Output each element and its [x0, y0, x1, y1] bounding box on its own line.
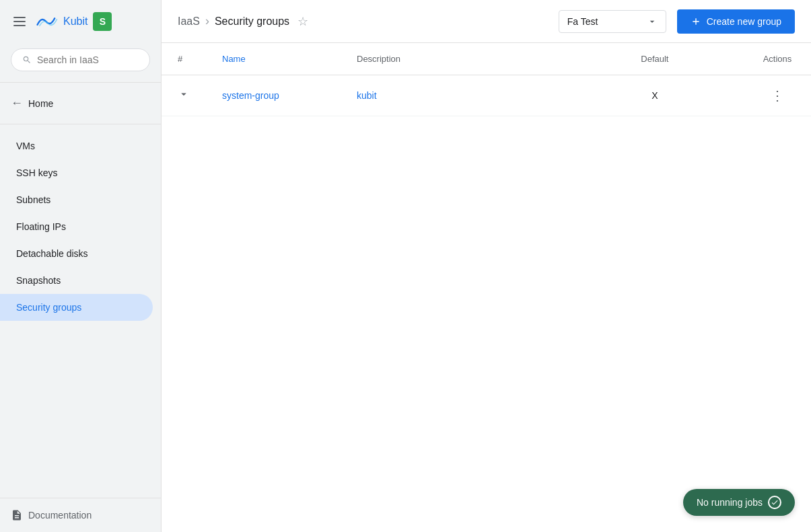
project-name: Fa Test — [567, 16, 598, 27]
table-body: system-group kubit X ⋮ — [162, 75, 811, 116]
create-new-group-button[interactable]: Create new group — [677, 9, 795, 34]
home-label: Home — [28, 98, 53, 109]
sidebar-item-security-groups[interactable]: Security groups — [0, 294, 153, 321]
group-name-link[interactable]: system-group — [222, 90, 279, 101]
create-button-label: Create new group — [707, 16, 781, 27]
row-default-cell: X — [566, 75, 744, 116]
search-icon — [22, 54, 32, 65]
app-name: Kubit — [63, 15, 87, 28]
sidebar: Kubit S ← Home VMs SSH keys Subnets Floa… — [0, 0, 162, 532]
actions-menu-icon[interactable]: ⋮ — [765, 85, 789, 106]
breadcrumb-separator-icon: › — [205, 14, 209, 28]
plus-icon — [691, 16, 701, 27]
sidebar-item-ssh-keys-label: SSH keys — [16, 167, 57, 178]
home-back-arrow-icon: ← — [11, 96, 23, 110]
logo-area: Kubit S — [36, 12, 112, 31]
secondary-logo-icon: S — [93, 12, 112, 31]
row-name-cell[interactable]: system-group — [206, 75, 341, 116]
sidebar-divider-home — [0, 124, 161, 124]
breadcrumb-current: Security groups — [215, 15, 289, 28]
sidebar-item-snapshots[interactable]: Snapshots — [0, 267, 153, 294]
project-selector[interactable]: Fa Test — [559, 10, 666, 33]
topbar-right: Fa Test Create new group — [559, 9, 795, 34]
row-description-cell: kubit — [341, 75, 566, 116]
no-running-jobs-badge: No running jobs — [683, 489, 795, 516]
documentation-link[interactable]: Documentation — [11, 509, 150, 521]
sidebar-item-vms[interactable]: VMs — [0, 132, 153, 159]
table-row: system-group kubit X ⋮ — [162, 75, 811, 116]
favorite-star-icon[interactable]: ☆ — [297, 14, 308, 29]
breadcrumb: IaaS › Security groups ☆ — [178, 14, 308, 29]
sidebar-item-subnets-label: Subnets — [16, 194, 50, 205]
column-header-hash: # — [162, 43, 206, 75]
sidebar-item-subnets[interactable]: Subnets — [0, 186, 153, 213]
column-header-default: Default — [566, 43, 744, 75]
sidebar-item-vms-label: VMs — [16, 141, 35, 151]
sidebar-item-snapshots-label: Snapshots — [16, 275, 61, 286]
documentation-icon — [11, 509, 23, 521]
sidebar-item-floating-ips-label: Floating IPs — [16, 221, 66, 232]
sidebar-item-floating-ips[interactable]: Floating IPs — [0, 213, 153, 240]
topbar: IaaS › Security groups ☆ Fa Test Create … — [162, 0, 811, 43]
documentation-label: Documentation — [28, 510, 92, 521]
search-box[interactable] — [11, 48, 150, 71]
group-description-link[interactable]: kubit — [357, 90, 377, 101]
dropdown-arrow-icon — [647, 16, 658, 27]
kubit-logo-icon — [36, 13, 58, 30]
sidebar-nav: VMs SSH keys Subnets Floating IPs Detach… — [0, 130, 161, 498]
security-groups-table: # Name Description Default Actions syste… — [162, 43, 811, 116]
column-header-name: Name — [206, 43, 341, 75]
sidebar-item-ssh-keys[interactable]: SSH keys — [0, 159, 153, 186]
table-header: # Name Description Default Actions — [162, 43, 811, 75]
no-jobs-label: No running jobs — [697, 497, 763, 508]
sidebar-footer: Documentation — [0, 498, 161, 532]
row-expand-cell[interactable] — [162, 75, 206, 116]
sidebar-divider-top — [0, 82, 161, 83]
row-actions-cell[interactable]: ⋮ — [744, 75, 811, 116]
sidebar-item-security-groups-label: Security groups — [16, 302, 81, 313]
sidebar-item-detachable-disks-label: Detachable disks — [16, 248, 88, 259]
hamburger-menu-icon[interactable] — [11, 14, 28, 29]
check-circle-icon — [768, 496, 781, 509]
column-header-actions: Actions — [744, 43, 811, 75]
chevron-down-icon — [178, 88, 190, 100]
sidebar-item-detachable-disks[interactable]: Detachable disks — [0, 240, 153, 267]
content-area: # Name Description Default Actions syste… — [162, 43, 811, 532]
breadcrumb-parent: IaaS — [178, 15, 200, 28]
sidebar-item-home[interactable]: ← Home — [0, 88, 161, 118]
search-input[interactable] — [37, 54, 139, 65]
sidebar-header: Kubit S — [0, 0, 161, 43]
column-header-description: Description — [341, 43, 566, 75]
main-content: IaaS › Security groups ☆ Fa Test Create … — [162, 0, 811, 532]
default-marker: X — [651, 90, 658, 101]
